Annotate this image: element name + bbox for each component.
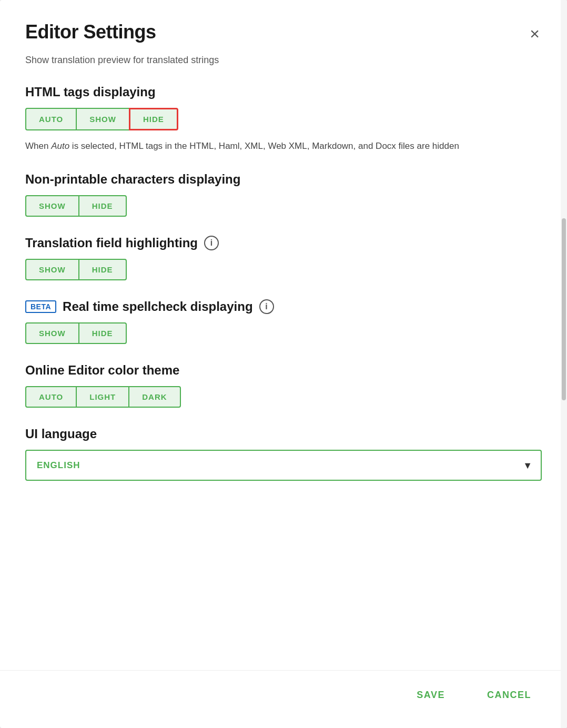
spellcheck-hide-button[interactable]: HIDE: [78, 322, 127, 344]
language-select-wrapper: ENGLISH SPANISH FRENCH GERMAN JAPANESE P…: [25, 450, 542, 481]
translation-hide-button[interactable]: HIDE: [78, 259, 127, 280]
translation-info-icon[interactable]: i: [204, 236, 219, 250]
close-button[interactable]: ×: [528, 23, 542, 44]
dialog-title: Editor Settings: [25, 21, 156, 43]
spellcheck-info-icon[interactable]: i: [259, 299, 274, 314]
color-theme-dark-button[interactable]: DARK: [128, 386, 180, 408]
ui-language-section: UI language ENGLISH SPANISH FRENCH GERMA…: [25, 427, 542, 481]
spellcheck-section: BETA Real time spellcheck displaying i S…: [25, 299, 542, 344]
cancel-button[interactable]: CANCEL: [477, 683, 542, 707]
translation-button-group: SHOW HIDE: [25, 259, 542, 280]
info-icon-label: i: [210, 238, 212, 248]
ui-language-title: UI language: [25, 427, 542, 441]
scroll-thumb: [562, 218, 566, 400]
translation-highlighting-title: Translation field highlighting: [25, 236, 198, 250]
spellcheck-show-button[interactable]: SHOW: [25, 322, 79, 344]
dialog-content: Show translation preview for translated …: [0, 55, 567, 670]
spellcheck-title-row: BETA Real time spellcheck displaying i: [25, 299, 542, 314]
color-theme-button-group: AUTO LIGHT DARK: [25, 386, 542, 408]
html-tags-auto-button[interactable]: AUTO: [25, 108, 77, 130]
auto-italic: Auto: [51, 141, 69, 151]
color-theme-light-button[interactable]: LIGHT: [76, 386, 129, 408]
save-button[interactable]: SAVE: [406, 683, 455, 707]
color-theme-title: Online Editor color theme: [25, 363, 542, 378]
dialog-footer: SAVE CANCEL: [0, 670, 567, 728]
color-theme-auto-button[interactable]: AUTO: [25, 386, 77, 408]
html-tags-button-group: AUTO SHOW HIDE: [25, 108, 542, 130]
preview-description: Show translation preview for translated …: [25, 55, 542, 66]
spellcheck-info-icon-label: i: [265, 302, 267, 311]
non-printable-hide-button[interactable]: HIDE: [78, 195, 127, 217]
non-printable-show-button[interactable]: SHOW: [25, 195, 79, 217]
html-tags-description: When Auto is selected, HTML tags in the …: [25, 139, 542, 153]
html-tags-show-button[interactable]: SHOW: [76, 108, 130, 130]
scrollbar[interactable]: [561, 0, 567, 728]
language-select[interactable]: ENGLISH SPANISH FRENCH GERMAN JAPANESE P…: [25, 450, 542, 481]
non-printable-title: Non-printable characters displaying: [25, 172, 542, 187]
dialog-header: Editor Settings ×: [0, 0, 567, 55]
translation-show-button[interactable]: SHOW: [25, 259, 79, 280]
html-tags-hide-button[interactable]: HIDE: [129, 108, 178, 130]
html-tags-title: HTML tags displaying: [25, 85, 542, 99]
editor-settings-dialog: Editor Settings × Show translation previ…: [0, 0, 567, 728]
html-tags-section: HTML tags displaying AUTO SHOW HIDE When…: [25, 85, 542, 153]
translation-title-row: Translation field highlighting i: [25, 236, 542, 250]
non-printable-section: Non-printable characters displaying SHOW…: [25, 172, 542, 217]
translation-highlighting-section: Translation field highlighting i SHOW HI…: [25, 236, 542, 280]
beta-badge: BETA: [25, 300, 56, 313]
spellcheck-button-group: SHOW HIDE: [25, 322, 542, 344]
non-printable-button-group: SHOW HIDE: [25, 195, 542, 217]
color-theme-section: Online Editor color theme AUTO LIGHT DAR…: [25, 363, 542, 408]
spellcheck-title: Real time spellcheck displaying: [63, 299, 252, 314]
